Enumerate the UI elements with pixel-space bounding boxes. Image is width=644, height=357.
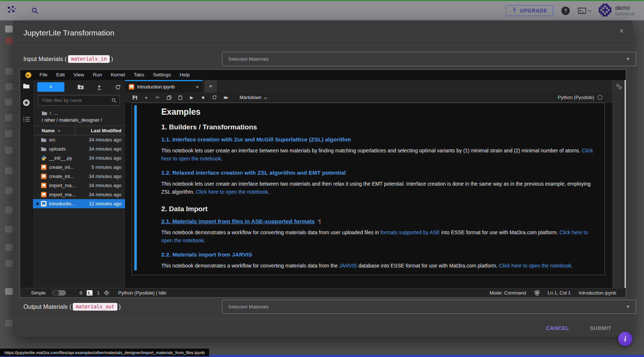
file-row-introduction-selected[interactable]: Introductio... 12 minutes ago	[33, 199, 125, 208]
menu-tabs[interactable]: Tabs	[129, 70, 149, 80]
restart-kernel-icon[interactable]	[212, 95, 217, 100]
jupyter-status-bar: Simple 0 $_ 1 Python (Pyodide) | Idle Mo…	[20, 288, 626, 297]
jupyterlite-transformation-dialog: JupyterLite Transformation × Input Mater…	[13, 20, 633, 337]
help-icon[interactable]: ?	[561, 7, 570, 15]
insert-cell-icon[interactable]: +	[144, 94, 149, 100]
jupyterlite-frame: File Edit View Run Kernel Tabs Settings …	[20, 69, 626, 298]
command-mode-indicator[interactable]: Mode: Command	[490, 290, 526, 296]
save-icon[interactable]	[132, 95, 138, 100]
file-browser-tab-icon[interactable]	[23, 83, 30, 89]
column-last-modified[interactable]: Last Modified	[75, 126, 125, 135]
menu-run[interactable]: Run	[88, 70, 106, 80]
console-menu-icon[interactable]	[578, 7, 591, 14]
simple-mode-label: Simple	[31, 290, 46, 296]
tab-bar: Introduction.ipynb × +	[125, 80, 613, 92]
filter-files-input[interactable]	[41, 97, 112, 103]
user-menu[interactable]: demo Individual	[599, 4, 634, 18]
search-icon	[112, 98, 117, 103]
file-row-create-int-1[interactable]: create_int... 5 minutes ago	[33, 163, 125, 172]
input-materials-label: Input Materials (materials_in)	[23, 55, 113, 63]
cancel-button[interactable]: CANCEL	[544, 325, 572, 331]
file-row-import-ma-1[interactable]: import_ma... 34 minutes ago	[33, 181, 125, 190]
nb-h2-builders: 1. Builders / Transformations	[161, 123, 594, 131]
notebook-file-icon	[129, 84, 134, 90]
file-browser-panel: +	[33, 80, 125, 288]
breadcrumb: / … / other / materials_designer /	[33, 106, 125, 123]
menu-view[interactable]: View	[69, 70, 88, 80]
file-row-import-ma-2[interactable]: import_ma... 34 minutes ago	[33, 190, 125, 199]
markdown-cell[interactable]: Examples 1. Builders / Transformations 1…	[132, 103, 605, 275]
new-tab-button[interactable]: +	[204, 80, 217, 92]
info-fab-button[interactable]: i	[618, 332, 632, 346]
upgrade-label: UPGRADE	[520, 8, 547, 14]
breadcrumb-ellipsis[interactable]: …	[54, 110, 59, 116]
refresh-icon[interactable]	[115, 84, 121, 90]
breadcrumb-path[interactable]: / other / materials_designer /	[42, 117, 125, 123]
dialog-header: JupyterLite Transformation ×	[13, 20, 633, 46]
menu-help[interactable]: Help	[175, 70, 194, 80]
run-icon[interactable]: ▶	[189, 95, 194, 100]
upload-icon[interactable]	[97, 84, 102, 90]
cell-type-dropdown[interactable]: Markdown	[240, 95, 267, 100]
copy-icon[interactable]	[166, 95, 172, 100]
nb-h3-ase-link[interactable]: 2.1. Materials import from files in ASE-…	[161, 218, 594, 225]
file-row-uploads[interactable]: uploads 34 minutes ago	[33, 144, 125, 153]
paste-icon[interactable]	[178, 95, 183, 100]
jarvis-link[interactable]: JARVIS	[339, 263, 357, 269]
kernel-indicator[interactable]: Python (Pyodide)	[558, 95, 602, 100]
filter-files-box[interactable]	[38, 95, 120, 106]
notebook-file-icon	[41, 192, 46, 197]
open-notebook-link[interactable]: Click here to open the notebook	[196, 189, 268, 195]
python-file-icon	[41, 155, 46, 161]
jupyter-menu-bar: File Edit View Run Kernel Tabs Settings …	[20, 70, 626, 80]
nb-paragraph-emt: This notebook lets user create an interf…	[161, 180, 594, 196]
file-row-src[interactable]: src 34 minutes ago	[33, 135, 125, 144]
kernel-status-icon	[598, 95, 602, 100]
nb-h3-zsl-link[interactable]: 1.1. Interface creation with Zur and McG…	[161, 136, 594, 143]
upgrade-button[interactable]: UPGRADE	[506, 5, 553, 16]
home-folder-icon[interactable]	[42, 111, 47, 115]
dialog-footer: CANCEL SUBMIT	[13, 319, 633, 337]
app-top-bar: UPGRADE ? demo Individual	[0, 1, 644, 20]
kernels-count: 1	[97, 290, 99, 296]
cut-icon[interactable]: ✂	[155, 95, 160, 100]
menu-edit[interactable]: Edit	[52, 70, 69, 80]
notebook-content: Examples 1. Builders / Transformations 1…	[125, 103, 613, 288]
close-icon[interactable]: ×	[619, 27, 624, 35]
input-materials-row: Input Materials (materials_in) Selected …	[13, 52, 633, 66]
open-notebook-link[interactable]: Click here to open the notebook	[499, 263, 571, 269]
menu-settings[interactable]: Settings	[148, 70, 175, 80]
nb-h3-emt-link[interactable]: 1.2. Relaxed interface creation with ZSL…	[161, 170, 594, 176]
nb-h3-jarvis-link[interactable]: 2.2. Materials import from JARVIS	[161, 251, 594, 258]
running-kernels-tab-icon[interactable]	[23, 99, 30, 106]
cursor-position[interactable]: Ln 1, Col 1	[548, 290, 571, 296]
new-folder-icon[interactable]	[78, 84, 84, 90]
column-name[interactable]: Name▲	[33, 128, 75, 133]
caret-down-icon: ▼	[626, 304, 630, 309]
output-selected-materials-dropdown[interactable]: Selected Materials ▼	[222, 300, 636, 314]
menu-kernel[interactable]: Kernel	[106, 70, 129, 80]
submit-button[interactable]: SUBMIT	[588, 325, 614, 331]
user-name: demo	[615, 5, 634, 11]
status-filename[interactable]: Introduction.ipynb	[579, 290, 616, 296]
stop-icon[interactable]: ■	[200, 95, 206, 100]
restart-run-all-icon[interactable]: ▶▶	[223, 95, 228, 99]
trust-shield-icon[interactable]	[534, 290, 540, 296]
menu-file[interactable]: File	[35, 70, 52, 80]
file-row-create-int-2[interactable]: create_int... 34 minutes ago	[33, 172, 125, 181]
ase-formats-link[interactable]: formats supported by ASE	[380, 229, 440, 235]
tab-introduction-ipynb[interactable]: Introduction.ipynb ×	[125, 80, 203, 92]
tab-close-icon[interactable]: ×	[196, 84, 199, 90]
notebook-file-icon	[41, 183, 46, 188]
input-selected-materials-dropdown[interactable]: Selected Materials ▼	[222, 52, 636, 66]
search-icon[interactable]	[31, 7, 38, 14]
kernel-sessions-icon[interactable]	[104, 290, 109, 296]
anchor-pilcrow: ¶	[318, 218, 321, 224]
property-inspector-gears-icon[interactable]	[615, 83, 622, 288]
kernel-status-text[interactable]: Python (Pyodide) | Idle	[118, 290, 166, 296]
new-launcher-button[interactable]: +	[37, 82, 64, 92]
table-of-contents-tab-icon[interactable]	[23, 117, 30, 122]
simple-mode-toggle[interactable]	[52, 290, 66, 296]
file-row-init-py[interactable]: __init__.py 34 minutes ago	[33, 153, 125, 163]
mat3ra-logo-icon[interactable]	[7, 5, 16, 16]
